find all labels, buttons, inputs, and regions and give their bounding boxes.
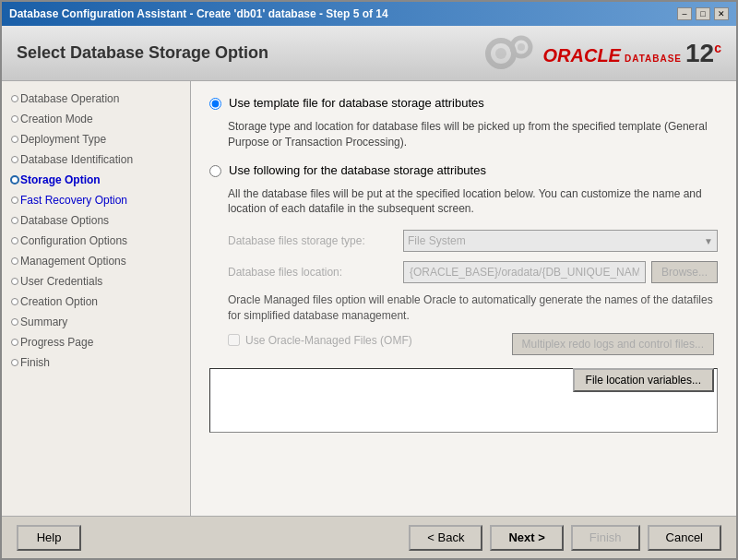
db-storage-type-value: File System — [408, 234, 466, 247]
omf-checkbox-label: Use Oracle-Managed Files (OMF) — [245, 334, 412, 347]
sidebar-dot-fast-recovery-option — [11, 197, 18, 204]
oracle-name: ORACLE — [543, 45, 621, 66]
radio-template-label: Use template file for database storage a… — [229, 96, 484, 110]
sidebar-dot-deployment-type — [11, 136, 18, 143]
sidebar-dot-finish — [11, 359, 18, 366]
sidebar-item-finish: Finish — [2, 352, 190, 373]
bottom-section: File location variables... — [209, 368, 718, 433]
sidebar: Database Operation Creation Mode Deploym… — [2, 81, 191, 516]
page-title: Select Database Storage Option — [17, 43, 268, 63]
main-content: Database Operation Creation Mode Deploym… — [2, 81, 736, 516]
content-area: Use template file for database storage a… — [191, 81, 736, 516]
sidebar-item-database-identification: Database Identification — [2, 149, 190, 170]
sidebar-dot-creation-option — [11, 298, 18, 305]
sidebar-dot-creation-mode — [11, 115, 18, 123]
db-location-label: Database files location: — [228, 266, 403, 279]
radio-template-desc: Storage type and location for database f… — [228, 119, 718, 150]
close-button[interactable]: ✕ — [714, 7, 729, 20]
omf-note-text: Oracle Managed files option will enable … — [228, 292, 718, 324]
db-storage-type-label: Database files storage type: — [228, 234, 403, 247]
sidebar-item-user-credentials: User Credentials — [2, 271, 190, 292]
sidebar-item-configuration-options: Configuration Options — [2, 231, 190, 251]
chevron-down-icon: ▼ — [704, 236, 713, 246]
oracle-version: 12c — [685, 39, 721, 68]
sidebar-item-summary: Summary — [2, 312, 190, 332]
sidebar-item-database-operation: Database Operation — [2, 89, 190, 109]
oracle-logo: ORACLE DATABASE 12c — [482, 30, 721, 77]
sidebar-item-database-options: Database Options — [2, 210, 190, 231]
omf-multiplex-row: Use Oracle-Managed Files (OMF) Multiplex… — [228, 333, 714, 355]
svg-point-3 — [518, 43, 525, 51]
sidebar-item-creation-option: Creation Option — [2, 292, 190, 312]
sidebar-dot-database-operation — [11, 95, 18, 102]
window-title: Database Configuration Assistant - Creat… — [9, 7, 388, 20]
file-location-button[interactable]: File location variables... — [573, 368, 714, 392]
window-controls: – □ ✕ — [677, 7, 729, 20]
oracle-database-label: DATABASE — [625, 54, 682, 64]
sidebar-item-fast-recovery-option[interactable]: Fast Recovery Option — [2, 190, 190, 210]
sidebar-dot-configuration-options — [11, 237, 18, 244]
sidebar-dot-progress-page — [11, 339, 18, 346]
sidebar-dot-summary — [11, 318, 18, 326]
minimize-button[interactable]: – — [677, 7, 692, 20]
db-location-input — [403, 261, 646, 283]
svg-point-1 — [495, 48, 506, 59]
main-window: Database Configuration Assistant - Creat… — [0, 0, 738, 560]
sidebar-dot-storage-option — [10, 175, 19, 185]
sidebar-dot-user-credentials — [11, 278, 18, 285]
gear-decorative-icon — [482, 30, 538, 77]
sidebar-dot-management-options — [11, 257, 18, 265]
sidebar-item-progress-page: Progress Page — [2, 332, 190, 352]
radio-custom-label: Use following for the database storage a… — [229, 163, 486, 177]
radio-custom-input[interactable] — [209, 165, 221, 177]
db-storage-type-select: File System ▼ — [403, 230, 718, 252]
multiplex-button: Multiplex redo logs and control files... — [512, 333, 714, 355]
maximize-button[interactable]: □ — [696, 7, 710, 20]
finish-button: Finish — [571, 525, 640, 551]
header-left: Select Database Storage Option — [17, 43, 268, 63]
radio-custom-desc: All the database files will be put at th… — [228, 186, 718, 218]
title-bar: Database Configuration Assistant - Creat… — [2, 2, 736, 26]
footer: Help < Back Next > Finish Cancel — [2, 516, 736, 558]
radio-option-template: Use template file for database storage a… — [209, 96, 718, 110]
sidebar-item-management-options: Management Options — [2, 251, 190, 271]
sidebar-item-storage-option: Storage Option — [2, 170, 190, 190]
help-button[interactable]: Help — [17, 525, 81, 551]
browse-button: Browse... — [651, 261, 718, 283]
header-bar: Select Database Storage Option ORACLE DA… — [2, 26, 736, 81]
radio-option-custom: Use following for the database storage a… — [209, 163, 718, 177]
sidebar-item-creation-mode: Creation Mode — [2, 109, 190, 129]
footer-nav-buttons: < Back Next > Finish Cancel — [409, 525, 721, 551]
next-button[interactable]: Next > — [490, 525, 563, 551]
omf-checkbox-row: Use Oracle-Managed Files (OMF) — [228, 334, 412, 347]
oracle-branding: ORACLE DATABASE 12c — [543, 39, 721, 68]
cancel-button[interactable]: Cancel — [648, 525, 721, 551]
db-location-row: Database files location: Browse... — [228, 261, 718, 283]
db-storage-type-row: Database files storage type: File System… — [228, 230, 718, 252]
omf-checkbox — [228, 334, 240, 346]
sidebar-dot-database-identification — [11, 156, 18, 163]
radio-template-input[interactable] — [209, 98, 221, 110]
sidebar-dot-database-options — [11, 217, 18, 224]
back-button[interactable]: < Back — [409, 525, 482, 551]
sidebar-item-deployment-type: Deployment Type — [2, 129, 190, 149]
